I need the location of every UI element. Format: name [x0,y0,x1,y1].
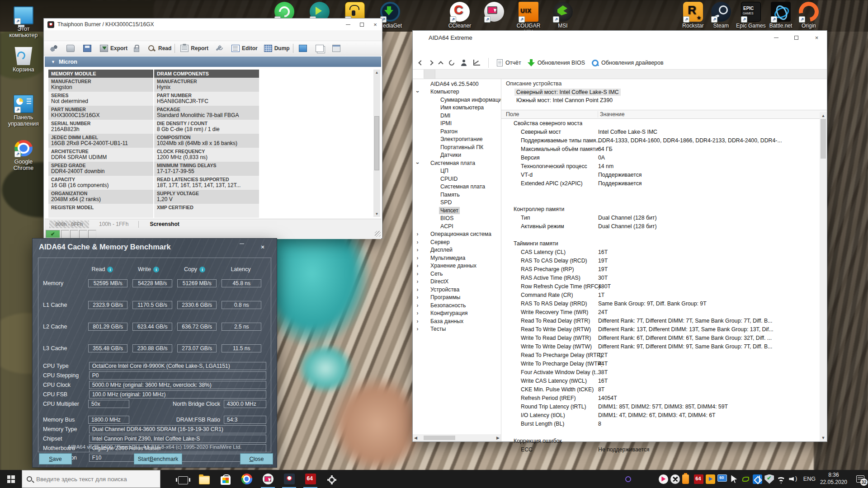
toolbar-button[interactable]: Export [97,43,131,53]
tray-icon[interactable] [729,474,739,484]
resize-grip[interactable] [375,231,381,237]
field-column-header[interactable]: Поле [501,111,598,117]
toolbar-button[interactable] [63,43,80,53]
maximize-button[interactable] [786,31,807,44]
property-row[interactable]: Write CAS Latency (tWCL) 16T [501,376,827,385]
minimize-button[interactable] [341,19,355,30]
property-row[interactable]: RAS To CAS Delay (tRCD) 19T [501,256,827,265]
device-item[interactable]: Южный мост: Intel Cannon Point Z390 [501,96,827,104]
tree-item[interactable]: IPMI [413,120,501,128]
back-icon[interactable] [418,60,423,65]
tree-item[interactable]: Разгон [413,127,501,136]
taskbar-app-button[interactable] [193,470,215,488]
toolbar-button[interactable]: Report [177,43,212,53]
property-row[interactable]: Round Trip Latency (tRTL) DIMM1: 85T, DI… [501,402,827,411]
tray-icon[interactable] [753,474,762,484]
tree-expander-icon[interactable] [415,248,420,252]
minimize-button[interactable] [231,244,252,244]
property-row[interactable]: Максимальный объём памяти 64 ГБ [501,145,827,153]
tree-item[interactable]: Датчики [413,151,501,160]
property-row[interactable]: Коррекция ошибок [501,436,827,445]
tree-expander-icon[interactable] [415,256,420,260]
tab-range-000h[interactable]: 000h - 0FFh [49,221,89,228]
tree-expander-icon[interactable] [415,89,420,94]
tree-expander-icon[interactable] [415,311,420,315]
tree-expander-icon[interactable] [415,279,420,284]
tray-icon[interactable] [659,474,668,484]
tree-item[interactable]: Конфигурация [413,310,501,318]
scroll-left-icon[interactable]: ◀ [414,436,417,440]
scrollbar-thumb[interactable] [424,436,455,440]
aida64-titlebar[interactable]: AIDA64 Extreme × [413,31,827,44]
tree-item[interactable]: DMI [413,112,501,120]
toolbar-button[interactable] [312,43,329,53]
property-row[interactable]: Row Refresh Cycle Time (tRFC) 480T [501,282,827,291]
property-row[interactable]: RAS Precharge (tRP) 19T [501,265,827,273]
thaiphoon-titlebar[interactable]: Thaiphoon Burner / KHX3000C15/16GX × [44,19,382,30]
tray-icon[interactable] [670,474,680,484]
tray-icon[interactable] [764,474,774,484]
vertical-scrollbar[interactable]: ▲ ▼ [373,70,380,217]
property-row[interactable]: I/O Latency (tIOL) DIMM1: 4T, DIMM2: 6T,… [501,411,827,419]
scroll-up-icon[interactable]: ▲ [375,70,379,75]
property-row[interactable]: Тайминги памяти [501,239,827,248]
property-row[interactable]: Write Recovery Time (tWR) 24T [501,308,827,316]
tree-item[interactable]: Сеть [413,270,501,278]
minimize-button[interactable] [766,31,786,44]
device-item[interactable]: Северный мост: Intel Coffee Lake-S IMC [501,88,827,96]
property-row[interactable]: ECC Не поддерживается [501,445,827,454]
taskbar-app-button[interactable] [278,470,300,488]
up-icon[interactable] [438,61,443,66]
scrollbar-thumb[interactable] [821,119,826,159]
tray-icon[interactable] [717,474,727,484]
start-button[interactable] [0,470,22,488]
tree-item[interactable]: Операционная система [413,230,501,239]
tree-item[interactable]: Дисплей [413,246,501,254]
tree-expander-icon[interactable] [415,161,420,165]
tray-icon[interactable] [706,474,715,484]
tree-item[interactable]: Портативный ПК [413,143,501,151]
toolbar-button[interactable] [296,43,312,53]
property-row[interactable]: Write To Read Delay (tWTR) Different Ran… [501,333,827,342]
tree-expander-icon[interactable] [415,240,420,244]
tree-item[interactable]: ACPI [413,222,501,230]
property-row[interactable]: Burst Length (BL) 8 [501,419,827,428]
tree-item[interactable]: Чипсет [413,206,501,215]
tray-icon[interactable] [788,474,797,484]
toolbar-button[interactable]: Editor [228,43,261,53]
info-icon[interactable]: i [199,267,205,272]
tab-screenshot[interactable]: Screenshot [139,221,190,227]
tree-expander-icon[interactable] [415,263,420,268]
property-row[interactable]: Extended APIC (x2APIC) Поддерживается [501,179,827,188]
taskbar-app-button[interactable] [236,470,257,488]
info-icon[interactable]: i [107,267,113,272]
property-row[interactable]: Контроллер памяти [501,205,827,213]
tab-range-100h[interactable]: 100h - 1FFh [89,221,138,227]
toolbar-button[interactable]: Read [145,43,175,53]
tree-item[interactable]: Системная плата [413,159,501,167]
tree-item[interactable]: Сервер [413,238,501,246]
language-indicator[interactable]: ENG [803,476,816,482]
toolbar-button[interactable]: Dump [261,43,293,53]
tree-item[interactable]: Безопасность [413,301,501,310]
tree-item[interactable]: BIOS [413,215,501,223]
search-input[interactable] [36,476,156,483]
taskbar-search[interactable] [22,470,160,488]
horizontal-scrollbar[interactable]: ◀ ▶ [413,434,501,441]
property-row[interactable]: Four Activate Window Delay (t... 38T [501,368,827,376]
value-column-header[interactable]: Значение [598,111,625,117]
tree-item[interactable]: Хранение данных [413,262,501,270]
scroll-down-icon[interactable]: ▼ [821,436,826,440]
property-row[interactable]: VT-d Поддерживается [501,170,827,179]
tree-item[interactable]: Тесты [413,325,501,333]
tree-item[interactable]: Системная плата [413,183,501,191]
scroll-right-icon[interactable]: ▶ [496,436,500,440]
taskbar-app-button[interactable] [257,470,278,488]
property-row[interactable]: Read To Precharge Delay (tRTP) 12T [501,351,827,359]
report-button[interactable]: Отчёт [497,59,521,66]
scrollbar-thumb[interactable] [374,116,379,170]
benchmark-titlebar[interactable]: AIDA64 Cache & Memory Benchmark × [33,239,277,255]
tree-item[interactable]: CPUID [413,175,501,183]
tray-icon[interactable] [776,474,786,484]
clock[interactable]: 8:36 22.05.2020 [820,472,847,486]
